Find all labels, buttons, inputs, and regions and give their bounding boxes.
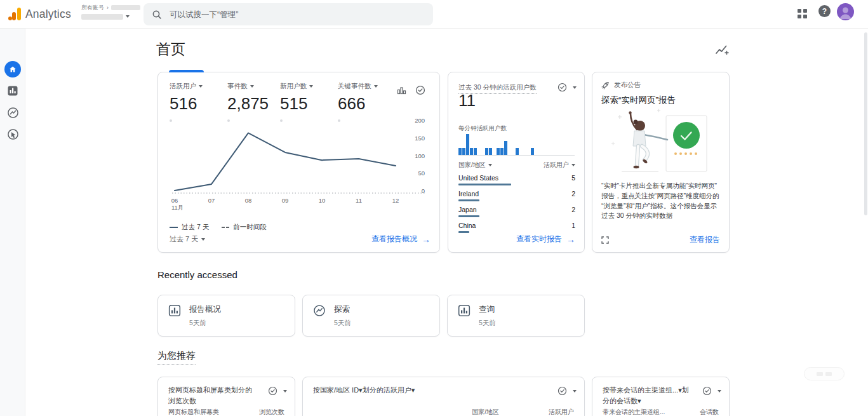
recommended-table-header: 网页标题和屏幕类 浏览次数 bbox=[168, 408, 284, 416]
metric-dropdown[interactable]: 事件数 bbox=[227, 82, 280, 91]
recent-item-time: 5天前 bbox=[479, 319, 496, 328]
minute-bar bbox=[489, 148, 492, 155]
recommended-card-title: 按带来会话的主渠道组...▾划分的会话数▾ bbox=[603, 385, 692, 406]
svg-text:07: 07 bbox=[208, 197, 215, 204]
country-value-bar bbox=[458, 231, 469, 233]
chevron-right-icon: › bbox=[107, 4, 109, 11]
metric-value: 515 bbox=[280, 94, 338, 114]
chevron-down-icon bbox=[309, 85, 313, 88]
country-list: United States5 Ireland2 Japan2 China1 bbox=[458, 174, 575, 238]
metric-value: 516 bbox=[170, 94, 227, 114]
expand-icon[interactable] bbox=[601, 236, 609, 244]
recently-accessed-title: Recently accessed bbox=[157, 269, 237, 280]
rocket-icon bbox=[601, 81, 610, 90]
date-range-dropdown[interactable]: 过去 7 天 bbox=[170, 234, 205, 244]
announcement-body: “实时”卡片推出全新专属功能“实时网页”报告，重点关注按“网页路径”维度细分的“… bbox=[601, 181, 723, 221]
country-row: Ireland2 bbox=[458, 190, 575, 201]
check-circle-icon[interactable] bbox=[268, 386, 277, 396]
realtime-card: 过去 30 分钟的活跃用户数 11 每分钟活跃用户数 国家/地区 活跃用户 Un… bbox=[448, 72, 585, 253]
top-header: Analytics 所有账号 › ? bbox=[0, 0, 868, 29]
search-bar[interactable] bbox=[144, 3, 433, 25]
solid-line-swatch bbox=[170, 227, 178, 229]
check-circle-icon[interactable] bbox=[558, 386, 567, 396]
chevron-down-icon[interactable] bbox=[718, 390, 721, 393]
view-report-link[interactable]: 查看报告 bbox=[690, 234, 720, 245]
redacted-account-name bbox=[111, 5, 140, 10]
account-selector-label: 所有账号 bbox=[81, 4, 104, 12]
active-users-per-minute-chart bbox=[458, 131, 575, 156]
recent-item-label: 报告概况 bbox=[189, 304, 221, 315]
sidebar-item-home[interactable] bbox=[4, 61, 21, 77]
metric-dropdown[interactable]: 活跃用户 bbox=[170, 82, 227, 91]
view-realtime-report-link[interactable]: 查看实时报告→ bbox=[516, 234, 575, 245]
recommended-card-views-by-page[interactable]: 按网页标题和屏幕类划分的浏览次数 网页标题和屏幕类 浏览次数 bbox=[157, 377, 295, 416]
recommended-table-header: 带来会话的主渠道组... 会话数 bbox=[603, 408, 719, 416]
metric-dropdown[interactable]: 关键事件数 bbox=[338, 82, 396, 91]
country-value-bar bbox=[458, 184, 511, 185]
insights-button[interactable] bbox=[712, 41, 731, 60]
realtime-table-header: 国家/地区 活跃用户 bbox=[458, 161, 575, 170]
recommended-card-title: 按国家/地区 ID▾划分的活跃用户▾ bbox=[313, 385, 547, 396]
check-circle-icon[interactable] bbox=[702, 386, 712, 396]
search-input[interactable] bbox=[168, 10, 433, 20]
chevron-down-icon bbox=[488, 164, 492, 166]
country-row: Japan2 bbox=[458, 206, 575, 217]
recent-card-reports-snapshot[interactable]: 报告概况 5天前 bbox=[157, 295, 295, 337]
reports-icon bbox=[7, 85, 18, 97]
recent-item-label: 查询 bbox=[479, 304, 496, 315]
report-snapshot-icon bbox=[168, 304, 181, 317]
country-value-bar bbox=[458, 215, 479, 217]
check-circle-icon[interactable] bbox=[558, 83, 567, 92]
scrollbar-thumb[interactable] bbox=[864, 32, 867, 215]
explore-icon bbox=[313, 304, 326, 317]
explore-icon bbox=[7, 107, 19, 119]
minute-bar bbox=[500, 148, 504, 155]
chevron-down-icon bbox=[374, 85, 378, 88]
minute-bar bbox=[458, 148, 462, 155]
country-column-dropdown[interactable]: 国家/地区 bbox=[458, 161, 492, 170]
minute-bar bbox=[485, 148, 488, 155]
avatar[interactable] bbox=[837, 3, 854, 20]
recent-item-label: 探索 bbox=[334, 304, 351, 315]
arrow-right-icon: → bbox=[422, 234, 431, 245]
check-circle-icon[interactable] bbox=[415, 85, 425, 95]
dashed-line-swatch bbox=[222, 227, 229, 229]
recent-card-query[interactable]: 查询 5天前 bbox=[447, 295, 585, 337]
help-icon[interactable]: ? bbox=[818, 5, 831, 17]
chevron-down-icon[interactable] bbox=[573, 390, 577, 393]
sidebar-item-explore[interactable] bbox=[4, 104, 21, 121]
users-column-dropdown[interactable]: 活跃用户 bbox=[544, 161, 575, 170]
svg-text:06: 06 bbox=[171, 197, 178, 204]
account-selector[interactable]: 所有账号 › bbox=[81, 3, 140, 21]
recent-item-time: 5天前 bbox=[334, 319, 351, 328]
svg-text:09: 09 bbox=[282, 197, 289, 204]
query-icon bbox=[458, 304, 471, 317]
svg-text:12: 12 bbox=[392, 197, 399, 204]
apps-grid-icon[interactable] bbox=[798, 9, 807, 18]
minute-bar bbox=[474, 148, 477, 155]
minute-bar bbox=[462, 148, 465, 155]
benchmark-icon[interactable] bbox=[397, 86, 406, 95]
recommended-card-users-by-country[interactable]: 按国家/地区 ID▾划分的活跃用户▾ 国家/地区 活跃用户 bbox=[302, 377, 585, 416]
product-name: Analytics bbox=[25, 8, 71, 21]
sidebar-item-reports[interactable] bbox=[4, 83, 21, 99]
realtime-active-users-value: 11 bbox=[458, 91, 476, 111]
svg-text:11: 11 bbox=[356, 197, 362, 204]
chevron-down-icon[interactable] bbox=[283, 390, 287, 393]
country-row: United States5 bbox=[458, 174, 575, 185]
svg-text:200: 200 bbox=[415, 117, 425, 124]
minute-bar bbox=[504, 141, 507, 155]
metric-dropdown[interactable]: 新用户数 bbox=[280, 82, 338, 91]
chevron-down-icon[interactable] bbox=[573, 86, 577, 89]
overview-metrics-card: 活跃用户 516 事件数 2,875 新用户数 515 关键事件数 666 bbox=[157, 72, 440, 253]
sidebar-item-advertising[interactable] bbox=[4, 126, 21, 142]
view-reports-snapshot-link[interactable]: 查看报告概况→ bbox=[371, 234, 431, 245]
chart-legend: 过去 7 天 前一时间段 bbox=[170, 223, 267, 232]
recent-card-explore[interactable]: 探索 5天前 bbox=[302, 295, 440, 337]
insights-fab-ghost[interactable] bbox=[804, 367, 845, 380]
announcement-illustration bbox=[604, 107, 719, 180]
insights-icon bbox=[714, 42, 730, 58]
analytics-logo-icon bbox=[6, 6, 23, 25]
chevron-down-icon bbox=[201, 238, 205, 241]
recommended-card-sessions-by-channel[interactable]: 按带来会话的主渠道组...▾划分的会话数▾ 带来会话的主渠道组... 会话数 bbox=[592, 377, 730, 416]
